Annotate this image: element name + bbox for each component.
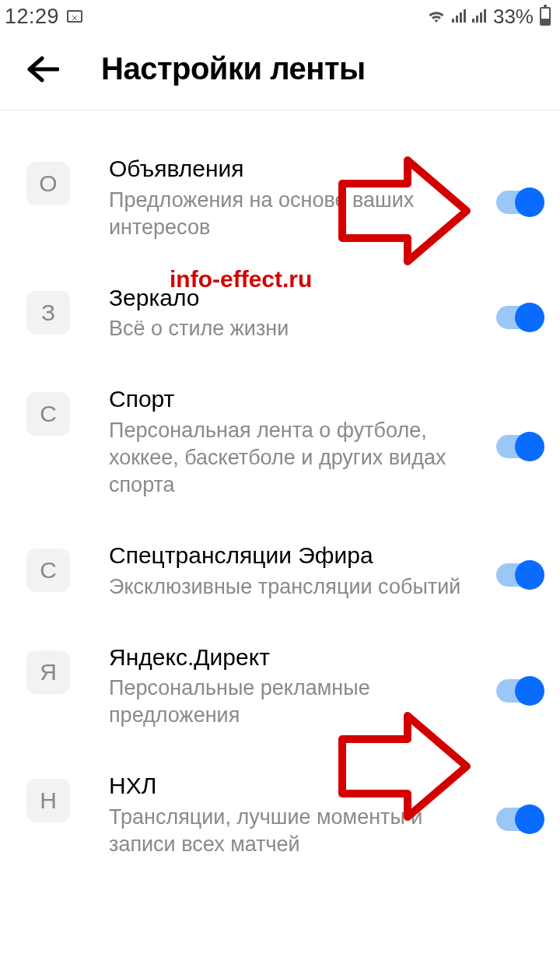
status-time: 12:29 [5, 5, 59, 29]
list-item: Я Яндекс.Директ Персональные рекламные п… [0, 629, 560, 758]
toggle-switch[interactable] [496, 306, 541, 329]
page-title: Настройки ленты [101, 51, 366, 86]
signal-icon-1 [451, 9, 467, 23]
wifi-icon [426, 9, 446, 24]
item-description: Персональная лента о футболе, хоккее, ба… [109, 417, 487, 499]
item-title: Спорт [109, 384, 487, 414]
avatar-letter: С [26, 392, 70, 436]
header: Настройки ленты [0, 33, 560, 110]
avatar-letter: Н [26, 779, 70, 822]
item-description: Эксклюзивные трансляции событий [109, 573, 487, 601]
item-description: Персональные рекламные предложения [109, 675, 487, 729]
item-title: Яндекс.Директ [109, 643, 487, 672]
toggle-switch[interactable] [496, 435, 541, 458]
battery-icon [540, 7, 551, 26]
item-description: Всё о стиле жизни [109, 315, 487, 342]
toggle-switch[interactable] [496, 679, 541, 703]
item-title: Спецтрансляции Эфира [109, 541, 487, 570]
list-item: С Спорт Персональная лента о футболе, хо… [0, 370, 560, 527]
signal-icon-2 [471, 9, 487, 23]
avatar-letter: Я [26, 650, 70, 694]
battery-percent: 33% [493, 5, 534, 29]
status-bar: 12:29 33% [0, 0, 560, 33]
avatar-letter: З [26, 291, 70, 335]
avatar-letter: О [26, 162, 70, 205]
watermark-text: info-effect.ru [170, 266, 312, 293]
item-title: Объявления [109, 154, 487, 184]
toggle-switch[interactable] [496, 808, 541, 831]
list-item: О Объявления Предложения на основе ваших… [0, 140, 560, 269]
settings-list: О Объявления Предложения на основе ваших… [0, 110, 560, 886]
item-title: НХЛ [109, 771, 487, 801]
back-button[interactable] [26, 55, 59, 83]
list-item: С Спецтрансляции Эфира Эксклюзивные тран… [0, 527, 560, 629]
toggle-switch[interactable] [496, 191, 541, 214]
avatar-letter: С [26, 549, 70, 592]
screenshot-icon [67, 10, 82, 23]
toggle-switch[interactable] [496, 563, 541, 587]
item-description: Трансляции, лучшие моменты и записи всех… [109, 804, 487, 858]
item-description: Предложения на основе ваших интересов [109, 187, 487, 241]
list-item: Н НХЛ Трансляции, лучшие моменты и запис… [0, 757, 560, 886]
